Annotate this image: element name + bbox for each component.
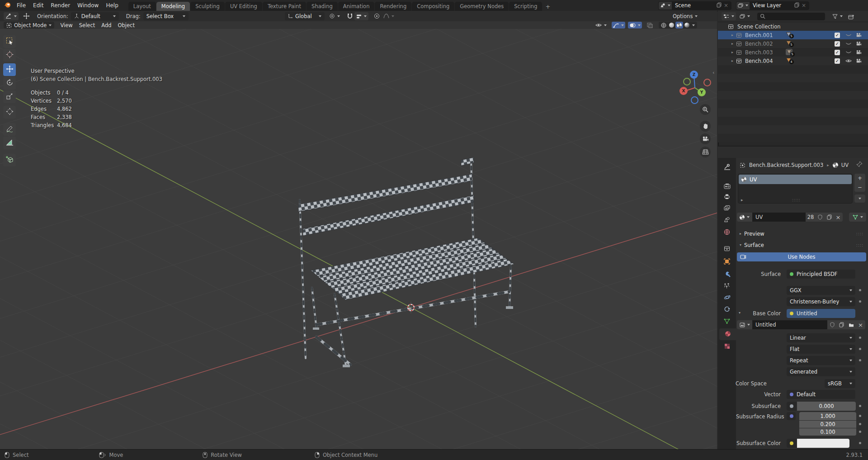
decorator-dot[interactable] (859, 431, 861, 433)
selectability-checkbox[interactable]: ✓ (835, 58, 840, 64)
camera-visibility-icon[interactable] (856, 50, 862, 55)
decorator-dot[interactable] (859, 289, 861, 291)
tab-geometry-nodes[interactable]: Geometry Nodes (455, 2, 509, 11)
xray-toggle-icon[interactable] (646, 22, 654, 28)
properties-tab-modifiers[interactable] (719, 269, 735, 280)
cursor-tool-button[interactable] (3, 49, 16, 62)
eye-closed-icon[interactable] (845, 50, 852, 55)
tab-texture-paint[interactable]: Texture Paint (263, 2, 306, 11)
outliner-display-mode-icon[interactable] (722, 12, 736, 20)
breadcrumb-object[interactable]: Bench.Backrest.Support.003 (749, 162, 823, 168)
view-layer-name-field[interactable]: View Layer × (750, 1, 809, 10)
rendered-shading-icon[interactable] (683, 22, 691, 28)
image-name-field[interactable]: Untitled (752, 320, 827, 329)
properties-tab-object-data[interactable] (719, 316, 735, 327)
camera-view-button[interactable] (700, 133, 711, 144)
image-browse-dropdown[interactable] (737, 320, 752, 329)
pivot-point-icon[interactable] (327, 12, 342, 20)
mode-dropdown[interactable]: Object Mode (4, 22, 54, 28)
remove-slot-button[interactable]: − (854, 183, 865, 192)
eye-open-icon[interactable] (845, 58, 852, 63)
link-mode-dropdown[interactable] (849, 213, 866, 222)
outliner-filter-id-icon[interactable] (738, 12, 752, 20)
decorator-dot[interactable] (859, 337, 861, 339)
new-scene-icon[interactable] (717, 2, 722, 9)
properties-tab-collection[interactable] (719, 243, 735, 255)
slot-specials-icon[interactable]: ▸ (741, 198, 743, 202)
snap-with-dropdown[interactable] (354, 12, 368, 20)
material-preview-shading-icon[interactable] (675, 22, 683, 28)
topbar-menu-file[interactable]: File (13, 0, 29, 11)
selectability-checkbox[interactable]: ✓ (835, 50, 840, 55)
gizmo-neg-x-axis[interactable] (703, 79, 711, 86)
properties-tab-physics[interactable] (719, 292, 735, 304)
material-users-button[interactable]: 28 (806, 213, 816, 222)
gizmo-neg-y-axis[interactable] (683, 78, 691, 85)
tab-animation[interactable]: Animation (338, 2, 375, 11)
subsurface-color-swatch[interactable] (797, 439, 849, 448)
subsurface-method-dropdown[interactable]: Christensen-Burley (787, 297, 855, 306)
transform-tool-button[interactable] (3, 106, 16, 119)
material-browse-dropdown[interactable] (737, 213, 752, 222)
outliner-search-input[interactable] (757, 13, 825, 20)
topbar-menu-render[interactable]: Render (47, 0, 74, 11)
image-copy-icon[interactable] (837, 320, 846, 329)
wireframe-shading-icon[interactable] (660, 22, 668, 28)
show-overlays-icon[interactable] (628, 22, 642, 28)
subsurface-color-socket[interactable] (787, 439, 797, 448)
material-slot-selected[interactable]: UV (739, 175, 852, 184)
scale-tool-button[interactable] (3, 90, 16, 103)
selectability-checkbox[interactable]: ✓ (835, 33, 840, 38)
properties-tab-tool[interactable] (719, 161, 735, 173)
add-cube-tool-button[interactable] (3, 154, 16, 166)
decorator-dot[interactable] (859, 405, 861, 407)
surface-shader-field[interactable]: Principled BSDF (787, 270, 855, 279)
image-fake-user-shield-icon[interactable] (827, 320, 837, 329)
view-layer-icon[interactable] (736, 1, 750, 10)
unlink-image-icon[interactable]: × (856, 320, 865, 329)
material-slot-list[interactable]: UV ▸ ::::: (738, 174, 853, 204)
topbar-menu-help[interactable]: Help (102, 0, 122, 11)
sidebar-collapse-arrow[interactable]: ‹ (712, 70, 714, 76)
camera-visibility-icon[interactable] (856, 33, 862, 38)
expand-arrow-icon[interactable]: ▸ (731, 42, 733, 46)
orientation-dropdown[interactable]: Default (71, 12, 119, 20)
object-name[interactable]: Bench.003 (745, 49, 773, 56)
expand-arrow-icon[interactable]: ▸ (731, 33, 733, 37)
decorator-dot[interactable] (859, 423, 861, 425)
breadcrumb-material[interactable]: UV (841, 162, 849, 168)
outliner-filter-icon[interactable] (830, 12, 844, 20)
use-nodes-button[interactable]: Use Nodes (737, 252, 866, 261)
object-name[interactable]: Bench.004 (745, 58, 773, 64)
properties-tab-texture[interactable] (719, 341, 735, 353)
object-type-visibility-icon[interactable] (594, 22, 608, 28)
outliner-row-bench.002[interactable]: ▸Bench.0025✓ (718, 39, 868, 48)
transform-orientation-dropdown[interactable]: Global (285, 12, 325, 20)
options-dropdown[interactable]: Options (673, 13, 698, 19)
decorator-dot[interactable] (859, 415, 861, 417)
tab-rendering[interactable]: Rendering (375, 2, 411, 11)
surface-panel-header[interactable]: ▾Surface:::: (736, 240, 868, 250)
zoom-view-button[interactable] (700, 104, 711, 115)
toggle-ortho-button[interactable] (700, 147, 711, 157)
subsurface-value-slider[interactable]: 0.000 (797, 402, 856, 411)
add-slot-button[interactable]: + (854, 174, 865, 183)
tab-compositing[interactable]: Compositing (412, 2, 454, 11)
move-tool-button[interactable] (3, 63, 16, 76)
source-dropdown[interactable]: Generated (787, 367, 855, 376)
tab-sculpting[interactable]: Sculpting (190, 2, 225, 11)
unlink-scene-icon[interactable]: × (724, 2, 728, 9)
properties-tab-material[interactable] (719, 328, 736, 340)
outliner-row-bench.004[interactable]: ▸Bench.0044✓ (718, 57, 868, 65)
camera-visibility-icon[interactable] (856, 58, 862, 63)
radius-y-slider[interactable]: 0.200 (799, 421, 856, 428)
properties-tab-view-layer[interactable] (719, 203, 735, 214)
gizmo-y-axis[interactable]: Y (698, 88, 706, 96)
eye-closed-icon[interactable] (845, 41, 852, 46)
expand-arrow-icon[interactable]: ▸ (731, 59, 733, 63)
gizmo-z-axis[interactable]: Z (690, 71, 698, 79)
remove-view-layer-icon[interactable]: × (802, 2, 806, 9)
resize-grip[interactable]: ::::: (792, 198, 800, 202)
outliner-row-bench.003[interactable]: ▸Bench.0035✓ (718, 48, 868, 57)
solid-shading-icon[interactable] (668, 22, 675, 28)
